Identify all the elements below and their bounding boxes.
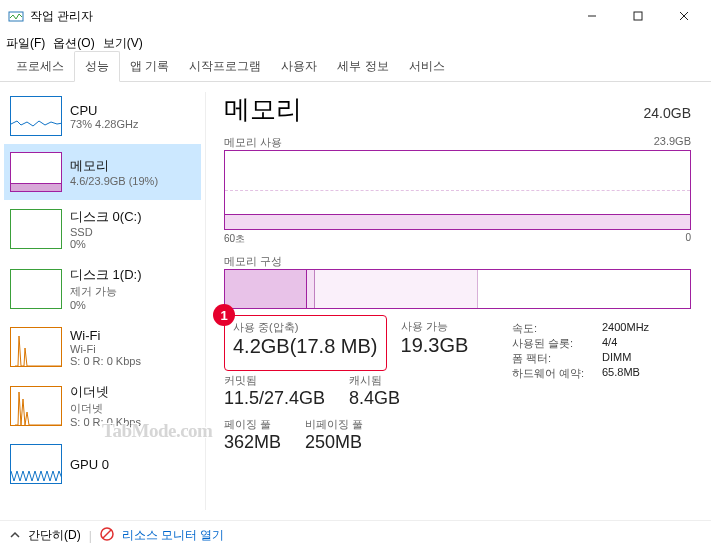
sidebar-item-label: 디스크 1(D:) (70, 266, 142, 284)
tab-startup[interactable]: 시작프로그램 (179, 52, 271, 81)
usage-graph-label: 메모리 사용 (224, 135, 282, 150)
available-value: 19.3GB (401, 334, 469, 357)
sidebar-item-disk0[interactable]: 디스크 0(C:) SSD 0% (4, 200, 201, 258)
sidebar-item-sub2: 0% (70, 299, 142, 311)
sidebar-item-sub: 이더넷 (70, 401, 141, 416)
main-panel: 메모리 24.0GB 메모리 사용 23.9GB 60초 0 메모리 구성 (206, 82, 711, 520)
cached-value: 8.4GB (349, 388, 400, 409)
sidebar-item-disk1[interactable]: 디스크 1(D:) 제거 가능 0% (4, 258, 201, 319)
tab-users[interactable]: 사용자 (271, 52, 327, 81)
tab-services[interactable]: 서비스 (399, 52, 455, 81)
available-label: 사용 가능 (401, 319, 469, 334)
memory-usage-graph (224, 150, 691, 230)
disk0-thumb (10, 209, 62, 249)
paged-label: 페이징 풀 (224, 417, 281, 432)
sidebar-item-sub2: S: 0 R: 0 Kbps (70, 416, 141, 428)
sidebar-item-label: GPU 0 (70, 457, 109, 472)
in-use-value: 4.2GB(17.8 MB) (233, 335, 378, 358)
sidebar-item-label: 디스크 0(C:) (70, 208, 142, 226)
maximize-button[interactable] (615, 0, 661, 32)
in-use-label: 사용 중(압축) (233, 320, 378, 335)
sidebar-item-cpu[interactable]: CPU 73% 4.28GHz (4, 88, 201, 144)
svg-rect-2 (634, 12, 642, 20)
usage-graph-max: 23.9GB (654, 135, 691, 150)
form-key: 폼 팩터: (512, 351, 602, 366)
tabbar: 프로세스 성능 앱 기록 시작프로그램 사용자 세부 정보 서비스 (0, 54, 711, 82)
stats-area: 1 사용 중(압축) 4.2GB(17.8 MB) 사용 가능 19.3GB 커… (224, 315, 691, 461)
gpu-thumb (10, 444, 62, 484)
speed-value: 2400MHz (602, 321, 649, 336)
resmon-icon (100, 527, 114, 544)
sidebar-item-label: 이더넷 (70, 383, 141, 401)
committed-value: 11.5/27.4GB (224, 388, 325, 409)
close-button[interactable] (661, 0, 707, 32)
window-title: 작업 관리자 (30, 8, 569, 25)
menu-file[interactable]: 파일(F) (6, 35, 45, 52)
brief-view-toggle[interactable]: 간단히(D) (28, 527, 81, 544)
sidebar-item-gpu0[interactable]: GPU 0 (4, 436, 201, 492)
memory-details: 속도:2400MHz 사용된 슬롯:4/4 폼 팩터:DIMM 하드웨어 예약:… (512, 321, 649, 461)
chevron-up-icon[interactable] (10, 529, 20, 543)
minimize-button[interactable] (569, 0, 615, 32)
committed-label: 커밋됨 (224, 373, 325, 388)
sidebar-item-sub: 제거 가능 (70, 284, 142, 299)
ethernet-thumb (10, 386, 62, 426)
sidebar-item-sub: 73% 4.28GHz (70, 118, 138, 130)
total-memory: 24.0GB (644, 105, 691, 121)
slots-value: 4/4 (602, 336, 617, 351)
sidebar-item-label: 메모리 (70, 157, 158, 175)
menu-options[interactable]: 옵션(O) (53, 35, 94, 52)
slots-key: 사용된 슬롯: (512, 336, 602, 351)
nonpaged-label: 비페이징 풀 (305, 417, 363, 432)
hw-value: 65.8MB (602, 366, 640, 381)
svg-line-6 (103, 530, 111, 538)
annotation-badge-1: 1 (213, 304, 235, 326)
sidebar-item-sub2: 0% (70, 238, 142, 250)
tab-app-history[interactable]: 앱 기록 (120, 52, 179, 81)
speed-key: 속도: (512, 321, 602, 336)
sidebar-item-label: Wi-Fi (70, 328, 141, 343)
wifi-thumb (10, 327, 62, 367)
sidebar-item-sub: SSD (70, 226, 142, 238)
sidebar-item-memory[interactable]: 메모리 4.6/23.9GB (19%) (4, 144, 201, 200)
axis-left: 60초 (224, 232, 245, 246)
sidebar-item-ethernet[interactable]: 이더넷 이더넷 S: 0 R: 0 Kbps (4, 375, 201, 436)
sidebar-item-sub: 4.6/23.9GB (19%) (70, 175, 158, 187)
open-resource-monitor-link[interactable]: 리소스 모니터 열기 (122, 527, 225, 544)
tab-processes[interactable]: 프로세스 (6, 52, 74, 81)
form-value: DIMM (602, 351, 631, 366)
memory-composition-graph (224, 269, 691, 309)
footer: 간단히(D) | 리소스 모니터 열기 (0, 520, 711, 550)
sidebar-item-sub2: S: 0 R: 0 Kbps (70, 355, 141, 367)
tab-details[interactable]: 세부 정보 (327, 52, 398, 81)
tab-performance[interactable]: 성능 (74, 51, 120, 82)
composition-label: 메모리 구성 (224, 254, 282, 269)
paged-value: 362MB (224, 432, 281, 453)
memory-thumb (10, 152, 62, 192)
app-icon (8, 8, 24, 24)
page-title: 메모리 (224, 92, 302, 127)
titlebar: 작업 관리자 (0, 0, 711, 32)
axis-right: 0 (685, 232, 691, 246)
sidebar-item-label: CPU (70, 103, 138, 118)
sidebar-item-wifi[interactable]: Wi-Fi Wi-Fi S: 0 R: 0 Kbps (4, 319, 201, 375)
sidebar: CPU 73% 4.28GHz 메모리 4.6/23.9GB (19%) 디스크… (0, 82, 205, 520)
window-controls (569, 0, 707, 32)
cpu-thumb (10, 96, 62, 136)
content: CPU 73% 4.28GHz 메모리 4.6/23.9GB (19%) 디스크… (0, 82, 711, 520)
disk1-thumb (10, 269, 62, 309)
hw-key: 하드웨어 예약: (512, 366, 602, 381)
in-use-highlight: 1 사용 중(압축) 4.2GB(17.8 MB) (224, 315, 387, 371)
cached-label: 캐시됨 (349, 373, 400, 388)
sidebar-item-sub: Wi-Fi (70, 343, 141, 355)
menu-view[interactable]: 보기(V) (103, 35, 143, 52)
nonpaged-value: 250MB (305, 432, 363, 453)
